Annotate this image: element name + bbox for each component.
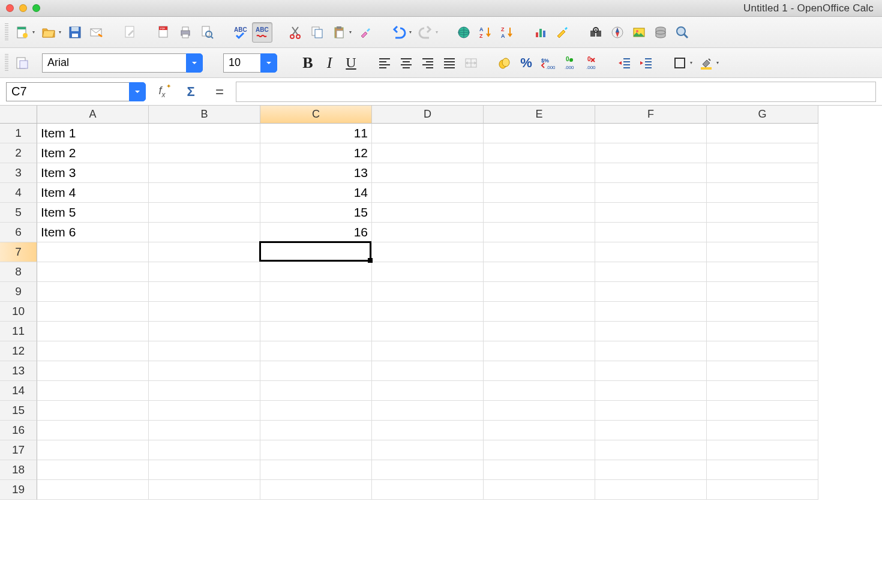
cell-C15[interactable] <box>260 401 372 421</box>
cell-B19[interactable] <box>149 480 260 500</box>
email-button[interactable] <box>86 22 107 43</box>
cell-B2[interactable] <box>149 143 260 163</box>
cell-B11[interactable] <box>149 322 260 341</box>
column-header-G[interactable]: G <box>707 106 818 124</box>
background-color-button[interactable] <box>696 53 716 73</box>
row-header-15[interactable]: 15 <box>0 401 37 421</box>
cell-B6[interactable] <box>149 223 260 242</box>
cell-G7[interactable] <box>707 242 818 262</box>
cell-A14[interactable] <box>37 381 149 401</box>
cell-A17[interactable] <box>37 440 149 460</box>
cell-D6[interactable] <box>372 223 484 242</box>
font-size-input[interactable] <box>223 53 260 73</box>
cell-G14[interactable] <box>707 381 818 401</box>
row-header-11[interactable]: 11 <box>0 322 37 341</box>
borders-button[interactable] <box>670 53 690 73</box>
cell-B10[interactable] <box>149 302 260 322</box>
cell-C14[interactable] <box>260 381 372 401</box>
cell-A15[interactable] <box>37 401 149 421</box>
save-button[interactable] <box>65 22 85 43</box>
cell-E11[interactable] <box>484 322 595 341</box>
row-header-7[interactable]: 7 <box>0 242 37 262</box>
cell-D8[interactable] <box>372 262 484 282</box>
cell-B13[interactable] <box>149 361 260 381</box>
toolbar-grip[interactable] <box>5 54 8 72</box>
cell-D11[interactable] <box>372 322 484 341</box>
cell-D7[interactable] <box>372 242 484 262</box>
minimize-window-button[interactable] <box>19 4 27 12</box>
cell-D16[interactable] <box>372 421 484 440</box>
cell-G2[interactable] <box>707 143 818 163</box>
styles-button[interactable] <box>12 53 32 73</box>
select-all-corner[interactable] <box>0 106 37 124</box>
cell-A5[interactable]: Item 5 <box>37 203 149 223</box>
decrease-indent-button[interactable] <box>614 53 635 73</box>
cell-D19[interactable] <box>372 480 484 500</box>
cell-F12[interactable] <box>595 341 707 361</box>
cell-G4[interactable] <box>707 183 818 203</box>
cell-A12[interactable] <box>37 341 149 361</box>
cell-F2[interactable] <box>595 143 707 163</box>
cell-C9[interactable] <box>260 282 372 302</box>
format-paintbrush-button[interactable] <box>355 22 376 43</box>
cell-A3[interactable]: Item 3 <box>37 163 149 183</box>
cell-F11[interactable] <box>595 322 707 341</box>
cell-E14[interactable] <box>484 381 595 401</box>
print-button[interactable] <box>175 22 196 43</box>
cell-G8[interactable] <box>707 262 818 282</box>
cell-D1[interactable] <box>372 124 484 143</box>
cell-G16[interactable] <box>707 421 818 440</box>
gallery-button[interactable] <box>629 22 649 43</box>
cell-G19[interactable] <box>707 480 818 500</box>
cell-E3[interactable] <box>484 163 595 183</box>
cell-B8[interactable] <box>149 262 260 282</box>
cell-F4[interactable] <box>595 183 707 203</box>
cell-G17[interactable] <box>707 440 818 460</box>
cell-A8[interactable] <box>37 262 149 282</box>
cell-G1[interactable] <box>707 124 818 143</box>
cell-A2[interactable]: Item 2 <box>37 143 149 163</box>
cell-C13[interactable] <box>260 361 372 381</box>
cell-C16[interactable] <box>260 421 372 440</box>
cell-G13[interactable] <box>707 361 818 381</box>
edit-file-button[interactable] <box>120 22 140 43</box>
cell-G10[interactable] <box>707 302 818 322</box>
row-header-6[interactable]: 6 <box>0 223 37 242</box>
cell-F6[interactable] <box>595 223 707 242</box>
cell-C18[interactable] <box>260 460 372 480</box>
name-box[interactable] <box>6 82 146 101</box>
close-window-button[interactable] <box>6 4 14 12</box>
row-header-16[interactable]: 16 <box>0 421 37 440</box>
cell-G15[interactable] <box>707 401 818 421</box>
cell-C11[interactable] <box>260 322 372 341</box>
cell-G5[interactable] <box>707 203 818 223</box>
cell-F13[interactable] <box>595 361 707 381</box>
row-header-9[interactable]: 9 <box>0 282 37 302</box>
cell-D14[interactable] <box>372 381 484 401</box>
cell-C17[interactable] <box>260 440 372 460</box>
cell-G9[interactable] <box>707 282 818 302</box>
standard-format-button[interactable]: $%.000 <box>538 53 558 73</box>
cell-D10[interactable] <box>372 302 484 322</box>
row-header-17[interactable]: 17 <box>0 440 37 460</box>
cell-B4[interactable] <box>149 183 260 203</box>
cell-F7[interactable] <box>595 242 707 262</box>
row-header-2[interactable]: 2 <box>0 143 37 163</box>
cell-C7[interactable] <box>260 242 372 262</box>
cell-G11[interactable] <box>707 322 818 341</box>
print-preview-button[interactable] <box>197 22 217 43</box>
cell-F9[interactable] <box>595 282 707 302</box>
row-header-19[interactable]: 19 <box>0 480 37 500</box>
cell-A19[interactable] <box>37 480 149 500</box>
name-box-dropdown-icon[interactable] <box>129 82 146 101</box>
cell-D13[interactable] <box>372 361 484 381</box>
zoom-button[interactable] <box>672 22 692 43</box>
cell-B15[interactable] <box>149 401 260 421</box>
bold-button[interactable]: B <box>298 53 318 73</box>
underline-button[interactable]: U <box>341 53 361 73</box>
cell-E17[interactable] <box>484 440 595 460</box>
sort-descending-button[interactable]: ZA <box>497 22 517 43</box>
cell-E10[interactable] <box>484 302 595 322</box>
copy-button[interactable] <box>307 22 328 43</box>
row-header-3[interactable]: 3 <box>0 163 37 183</box>
